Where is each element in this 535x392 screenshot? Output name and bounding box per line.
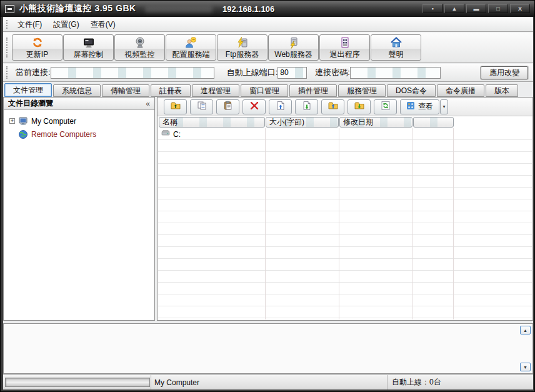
app-icon[interactable] bbox=[5, 5, 14, 13]
apply-button[interactable]: 應用改變 bbox=[481, 66, 528, 79]
sidebar-header: 文件目錄瀏覽 « bbox=[4, 98, 154, 110]
tree-item-remote-computers[interactable]: Remote Computers bbox=[4, 128, 154, 141]
tree-item-my-computer[interactable]: + My Computer bbox=[4, 114, 154, 128]
scroll-up-button[interactable]: ▲ bbox=[520, 326, 531, 334]
rollup-button[interactable]: ▲ bbox=[444, 4, 464, 13]
collapse-icon[interactable]: « bbox=[146, 99, 150, 108]
upload-file-button[interactable] bbox=[269, 99, 292, 114]
scroll-down-button[interactable]: ▼ bbox=[520, 363, 531, 371]
home-icon bbox=[390, 36, 402, 49]
status-computer-section: My Computer bbox=[151, 375, 387, 389]
grid-line bbox=[453, 128, 454, 319]
exit-icon bbox=[339, 36, 351, 49]
password-input[interactable] bbox=[350, 67, 441, 79]
current-connection-label: 當前連接: bbox=[16, 67, 51, 78]
toolbar-button-label: Web服務器 bbox=[274, 49, 312, 60]
download-folder-button[interactable] bbox=[348, 99, 371, 114]
grid-line bbox=[339, 128, 339, 319]
status-online-text: 自動上線：0台 bbox=[392, 377, 441, 388]
content-area: 文件目錄瀏覽 « + My Computer bbox=[3, 97, 533, 321]
paste-icon bbox=[223, 101, 233, 113]
webcam-icon bbox=[134, 36, 146, 49]
toolbar-grip[interactable] bbox=[6, 38, 8, 58]
grid-line bbox=[265, 128, 266, 319]
client-area: 文件(F) 設置(G) 查看(V) 更新IP 屏幕控制 bbox=[3, 17, 533, 389]
computer-icon bbox=[18, 116, 28, 126]
column-header-size[interactable]: 大小(字節) bbox=[266, 117, 339, 128]
update-ip-button[interactable]: 更新IP bbox=[12, 34, 62, 61]
toolbar-button-label: 屏幕控制 bbox=[74, 49, 104, 60]
tab-window-manager[interactable]: 窗口管理 bbox=[241, 84, 288, 97]
column-header-name[interactable]: 名稱 bbox=[159, 117, 265, 128]
screen-icon bbox=[82, 36, 95, 49]
tab-transfer-manager[interactable]: 傳輸管理 bbox=[102, 84, 149, 97]
tab-process-manager[interactable]: 進程管理 bbox=[192, 84, 239, 97]
web-server-icon bbox=[288, 36, 300, 49]
web-server-button[interactable]: Web服務器 bbox=[268, 34, 319, 61]
tab-command-broadcast[interactable]: 命令廣播 bbox=[437, 84, 484, 97]
minimize-button[interactable]: ▬ bbox=[466, 4, 486, 13]
view-dropdown-button[interactable]: ▾ bbox=[440, 99, 448, 114]
tab-version[interactable]: 版本 bbox=[486, 84, 518, 97]
refresh-button[interactable] bbox=[374, 99, 397, 114]
ftp-server-button[interactable]: Ftp服務器 bbox=[217, 34, 268, 61]
connection-grip[interactable] bbox=[6, 66, 8, 78]
redacted-text bbox=[145, 6, 212, 13]
ftp-server-icon bbox=[236, 36, 249, 49]
close-button[interactable]: X bbox=[510, 4, 530, 13]
status-online-section: 自動上線：0台 bbox=[387, 375, 533, 389]
file-name: C: bbox=[173, 130, 181, 139]
app-window: 小熊技術論壇遠控 3.95 GBK 192.168.1.106 ▪ ▲ ▬ □ … bbox=[0, 0, 535, 392]
expand-icon[interactable]: + bbox=[9, 118, 15, 124]
main-toolbar: 更新IP 屏幕控制 視頻監控 配置服務端 bbox=[3, 33, 533, 63]
tab-registry[interactable]: 註冊表 bbox=[151, 84, 191, 97]
directory-tree: + My Computer Remote Computers bbox=[4, 110, 154, 141]
upload-folder-button[interactable] bbox=[321, 99, 344, 114]
video-monitor-button[interactable]: 視頻監控 bbox=[114, 34, 165, 61]
tab-service-manager[interactable]: 服務管理 bbox=[338, 84, 386, 97]
connection-bar: 當前連接: 自動上線端口: 連接密碼: 應用改變 bbox=[3, 64, 533, 82]
window-title: 小熊技術論壇遠控 3.95 GBK bbox=[19, 3, 136, 14]
title-bar[interactable]: 小熊技術論壇遠控 3.95 GBK 192.168.1.106 ▪ ▲ ▬ □ … bbox=[1, 1, 534, 17]
tray-button[interactable]: ▪ bbox=[422, 4, 442, 13]
toolbar-button-label: 聲明 bbox=[389, 49, 404, 60]
paste-button[interactable] bbox=[216, 99, 239, 114]
port-input[interactable] bbox=[278, 67, 307, 79]
view-button-label: 查看 bbox=[418, 101, 433, 112]
disk-drive-icon bbox=[161, 129, 171, 139]
tab-system-info[interactable]: 系統信息 bbox=[53, 84, 101, 97]
statement-button[interactable]: 聲明 bbox=[371, 34, 421, 61]
column-header-extra[interactable] bbox=[413, 117, 454, 128]
tab-file-manager[interactable]: 文件管理 bbox=[4, 83, 52, 97]
download-file-button[interactable] bbox=[295, 99, 318, 114]
column-header-date[interactable]: 修改日期 bbox=[339, 117, 412, 128]
tab-plugin-manager[interactable]: 插件管理 bbox=[289, 84, 337, 97]
config-server-icon bbox=[185, 36, 198, 49]
menu-file[interactable]: 文件(F) bbox=[12, 18, 48, 31]
file-toolbar: 查看 ▾ bbox=[158, 98, 532, 116]
tree-item-label: My Computer bbox=[31, 117, 76, 126]
copy-button[interactable] bbox=[190, 99, 213, 114]
tab-dos-command[interactable]: DOS命令 bbox=[387, 84, 436, 97]
port-label: 自動上線端口: bbox=[227, 67, 278, 78]
delete-button[interactable] bbox=[242, 99, 266, 114]
file-upload-icon bbox=[276, 101, 286, 113]
screen-control-button[interactable]: 屏幕控制 bbox=[63, 34, 114, 61]
grid-view-icon bbox=[406, 101, 415, 112]
menu-view[interactable]: 查看(V) bbox=[85, 18, 121, 31]
exit-program-button[interactable]: 退出程序 bbox=[319, 34, 370, 61]
menu-grip[interactable] bbox=[6, 20, 8, 29]
toolbar-button-label: 退出程序 bbox=[330, 49, 360, 60]
menu-settings[interactable]: 設置(G) bbox=[48, 18, 84, 31]
folder-up-icon bbox=[171, 101, 181, 113]
maximize-button[interactable]: □ bbox=[488, 4, 508, 13]
tab-strip: 文件管理 系統信息 傳輸管理 註冊表 進程管理 窗口管理 插件管理 服務管理 D… bbox=[3, 83, 533, 97]
table-row-drive-c[interactable]: C: bbox=[158, 128, 263, 140]
sidebar-title: 文件目錄瀏覽 bbox=[8, 98, 53, 109]
config-server-button[interactable]: 配置服務端 bbox=[166, 34, 216, 61]
current-connection-input[interactable] bbox=[51, 67, 214, 79]
up-directory-button[interactable] bbox=[164, 99, 187, 114]
refresh-ip-icon bbox=[31, 36, 44, 49]
view-button[interactable]: 查看 bbox=[400, 99, 439, 114]
progress-bar bbox=[5, 378, 150, 387]
